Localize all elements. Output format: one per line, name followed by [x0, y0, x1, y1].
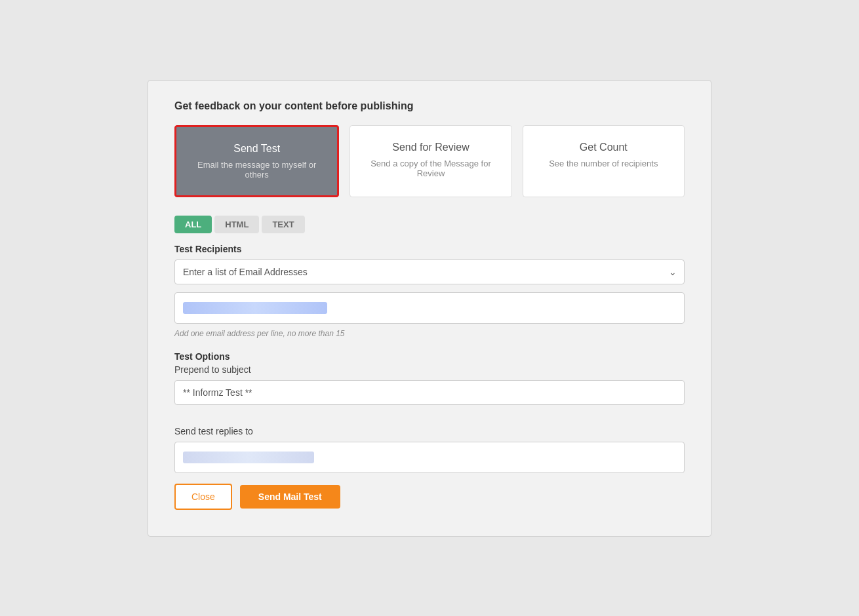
get-count-card[interactable]: Get Count See the number of recipients [523, 125, 685, 197]
send-test-desc: Email the message to myself or others [190, 160, 324, 180]
send-test-title: Send Test [190, 143, 324, 155]
send-replies-wrapper[interactable] [174, 442, 685, 473]
prepend-label: Prepend to subject [174, 364, 685, 375]
feedback-card: Get feedback on your content before publ… [148, 80, 711, 537]
close-button[interactable]: Close [174, 484, 232, 510]
email-blurred-placeholder [183, 302, 327, 314]
send-review-title: Send for Review [363, 142, 498, 153]
email-hint: Add one email address per line, no more … [174, 329, 685, 338]
test-options-section: Test Options Prepend to subject [174, 351, 685, 415]
send-mail-test-button[interactable]: Send Mail Test [240, 485, 340, 509]
email-select[interactable]: Enter a list of Email Addresses [174, 260, 685, 284]
email-input-wrapper[interactable] [174, 292, 685, 324]
prepend-input[interactable] [174, 380, 685, 405]
option-cards-row: Send Test Email the message to myself or… [174, 125, 685, 197]
tabs-row: ALL HTML TEXT [174, 216, 685, 233]
test-options-label: Test Options [174, 351, 685, 362]
send-review-card[interactable]: Send for Review Send a copy of the Messa… [350, 125, 511, 197]
get-count-title: Get Count [536, 142, 671, 153]
send-replies-label: Send test replies to [174, 426, 685, 436]
email-select-wrapper: Enter a list of Email Addresses ⌄ [174, 260, 685, 284]
get-count-desc: See the number of recipients [536, 159, 671, 168]
tab-all[interactable]: ALL [174, 216, 212, 233]
tab-html[interactable]: HTML [214, 216, 259, 233]
main-container: Get feedback on your content before publ… [0, 0, 859, 616]
send-test-card[interactable]: Send Test Email the message to myself or… [174, 125, 339, 197]
page-title: Get feedback on your content before publ… [174, 100, 685, 112]
replies-blurred-placeholder [183, 452, 314, 463]
buttons-row: Close Send Mail Test [174, 484, 685, 510]
send-review-desc: Send a copy of the Message for Review [363, 159, 498, 178]
tab-text[interactable]: TEXT [262, 216, 304, 233]
test-recipients-label: Test Recipients [174, 244, 685, 254]
